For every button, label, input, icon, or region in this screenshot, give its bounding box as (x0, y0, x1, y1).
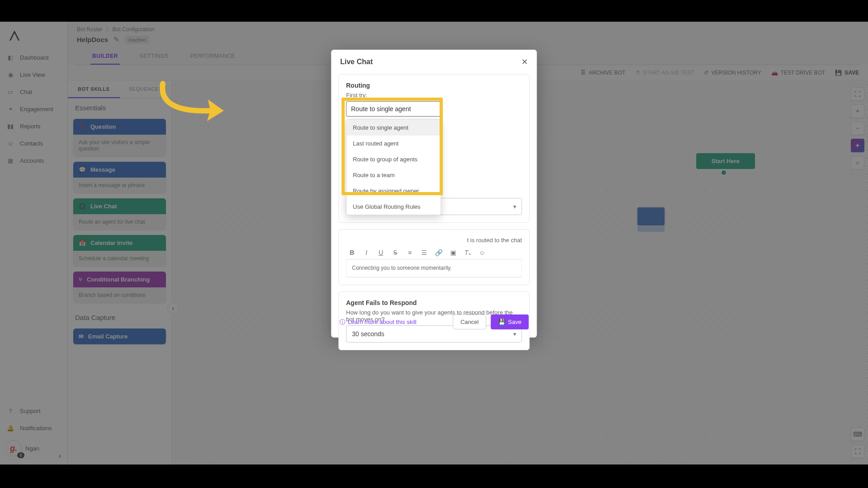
routing-option[interactable]: Last routed agent (347, 136, 441, 151)
link-button[interactable]: 🔗 (435, 249, 443, 256)
routing-combo-input[interactable] (346, 101, 441, 117)
routing-option[interactable]: Route by assigned owner (347, 183, 441, 199)
learn-more-label: Learn more about this skill (348, 319, 417, 325)
clear-format-button[interactable]: Tₓ (464, 249, 472, 256)
save-icon: 💾 (498, 319, 505, 325)
welcome-sub: t is routed to the chat (346, 237, 522, 244)
cancel-button[interactable]: Cancel (453, 314, 486, 329)
bold-button[interactable]: B (348, 249, 356, 256)
learn-more-link[interactable]: ⓘ Learn more about this skill (340, 318, 417, 326)
ordered-list-button[interactable]: ≡ (406, 249, 414, 256)
welcome-text-input[interactable]: Connecting you to someone momentarily. (346, 259, 522, 277)
routing-heading: Routing (346, 82, 522, 89)
live-chat-modal: Live Chat ✕ Routing First try: Route to … (331, 50, 537, 338)
strike-button[interactable]: S̶ (392, 249, 400, 256)
rte-toolbar: B I U S̶ ≡ ☰ 🔗 ▣ Tₓ ☺ (346, 246, 522, 259)
routing-option[interactable]: Route to group of agents (347, 151, 441, 167)
welcome-card: t is routed to the chat B I U S̶ ≡ ☰ 🔗 ▣… (339, 229, 530, 285)
emoji-button[interactable]: ☺ (478, 249, 486, 256)
routing-card: Routing First try: Route to single agent… (339, 74, 530, 223)
close-icon[interactable]: ✕ (521, 57, 528, 67)
modal-footer: ⓘ Learn more about this skill Cancel 💾 S… (331, 309, 537, 338)
modal-title: Live Chat (340, 58, 373, 66)
routing-combo: Route to single agent Last routed agent … (346, 101, 522, 117)
fails-heading: Agent Fails to Respond (346, 299, 522, 306)
underline-button[interactable]: U (377, 249, 385, 256)
chevron-down-icon: ▾ (513, 203, 516, 210)
modal-header: Live Chat ✕ (331, 50, 537, 74)
modal-body: Routing First try: Route to single agent… (331, 74, 537, 309)
help-icon: ⓘ (340, 318, 345, 326)
image-button[interactable]: ▣ (449, 249, 458, 256)
routing-dropdown: Route to single agent Last routed agent … (346, 119, 441, 215)
italic-button[interactable]: I (363, 249, 371, 256)
save-button[interactable]: 💾 Save (491, 314, 529, 329)
save-label: Save (508, 319, 522, 325)
footer-actions: Cancel 💾 Save (453, 314, 528, 329)
routing-option[interactable]: Use Global Routing Rules (347, 199, 441, 215)
routing-option[interactable]: Route to a team (347, 167, 441, 183)
routing-first-try-label: First try: (346, 92, 522, 99)
unordered-list-button[interactable]: ☰ (420, 249, 429, 256)
routing-option[interactable]: Route to single agent (347, 120, 441, 136)
